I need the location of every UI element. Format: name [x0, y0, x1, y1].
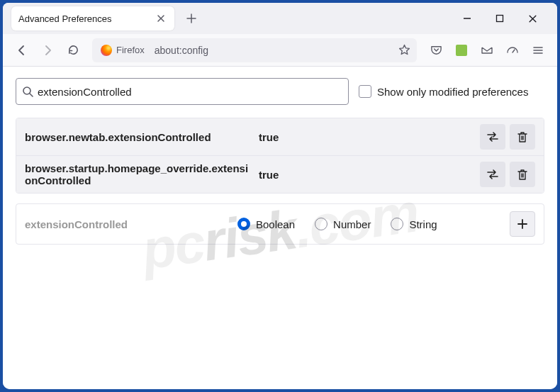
new-tab-button[interactable] — [180, 7, 203, 30]
pref-table: browser.newtab.extensionControlled true … — [16, 118, 544, 194]
close-window-button[interactable] — [522, 8, 543, 29]
radio-number[interactable]: Number — [315, 218, 371, 230]
delete-button[interactable] — [510, 162, 535, 187]
radio-icon — [237, 218, 250, 230]
pref-value: true — [259, 169, 480, 181]
checkbox-icon — [359, 85, 371, 98]
search-input[interactable] — [38, 86, 342, 98]
radio-icon — [391, 218, 403, 230]
radio-boolean[interactable]: Boolean — [237, 218, 295, 230]
toggle-button[interactable] — [480, 162, 505, 187]
pref-value: true — [259, 131, 480, 143]
type-radio-group: Boolean Number String — [237, 218, 510, 230]
browser-window: Advanced Preferences — [3, 3, 557, 389]
new-pref-row: extensionControlled Boolean Number Strin… — [16, 203, 544, 245]
tab-title: Advanced Preferences — [18, 13, 155, 24]
firefox-icon — [101, 45, 112, 56]
search-row: Show only modified preferences — [16, 78, 544, 105]
radio-string[interactable]: String — [391, 218, 437, 230]
url-bar[interactable]: Firefox about:config — [92, 38, 417, 62]
titlebar: Advanced Preferences — [3, 3, 557, 34]
bookmark-star-icon[interactable] — [394, 40, 414, 60]
radio-label: String — [409, 218, 437, 230]
forward-button[interactable] — [35, 38, 60, 62]
radio-icon — [315, 218, 327, 230]
pref-row[interactable]: browser.startup.homepage_override.extens… — [16, 156, 544, 193]
add-button[interactable] — [510, 211, 535, 237]
window-controls — [457, 8, 551, 29]
identity-label: Firefox — [116, 45, 145, 55]
dashboard-icon[interactable] — [500, 38, 525, 62]
reload-button[interactable] — [61, 38, 85, 62]
minimize-button[interactable] — [457, 8, 478, 29]
maximize-button[interactable] — [489, 8, 510, 29]
search-box[interactable] — [16, 78, 349, 105]
new-pref-name: extensionControlled — [25, 218, 237, 230]
url-text: about:config — [155, 45, 394, 56]
radio-label: Boolean — [256, 218, 295, 230]
back-button[interactable] — [10, 38, 34, 62]
show-modified-toggle[interactable]: Show only modified preferences — [359, 85, 528, 98]
svg-rect-0 — [497, 16, 503, 22]
browser-tab[interactable]: Advanced Preferences — [11, 6, 174, 30]
pref-row[interactable]: browser.newtab.extensionControlled true — [16, 118, 544, 156]
close-tab-icon[interactable] — [155, 12, 167, 25]
radio-label: Number — [333, 218, 371, 230]
identity-box[interactable]: Firefox — [98, 43, 150, 57]
ublock-icon[interactable] — [449, 38, 474, 62]
pref-name: browser.startup.homepage_override.extens… — [25, 162, 259, 186]
config-content: Show only modified preferences browser.n… — [3, 67, 557, 389]
search-icon — [22, 86, 33, 97]
mail-icon[interactable] — [475, 38, 499, 62]
delete-button[interactable] — [510, 124, 535, 150]
pref-name: browser.newtab.extensionControlled — [25, 131, 259, 143]
app-menu-button[interactable] — [526, 38, 550, 62]
pocket-icon[interactable] — [424, 38, 448, 62]
nav-toolbar: Firefox about:config — [3, 34, 557, 67]
toggle-button[interactable] — [480, 124, 505, 150]
show-modified-label: Show only modified preferences — [377, 86, 528, 98]
